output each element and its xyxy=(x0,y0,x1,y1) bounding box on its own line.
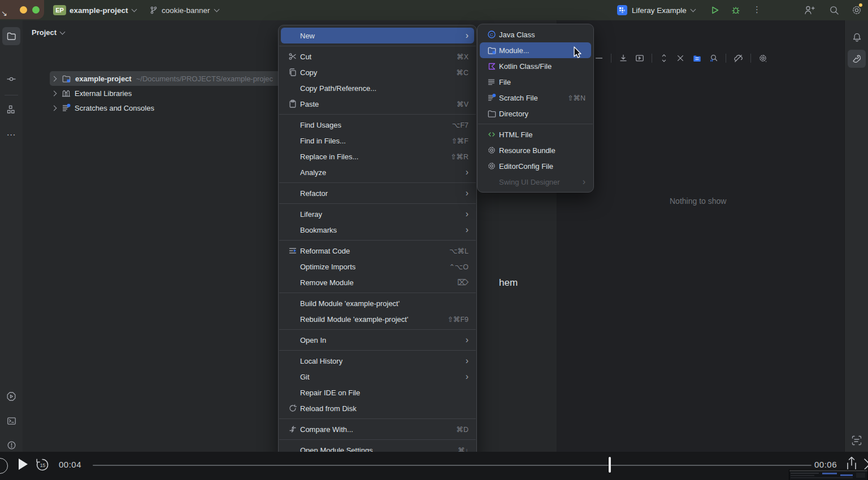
menu-item-optimize-imports[interactable]: Optimize Imports ⌃⌥O xyxy=(281,259,474,274)
git-branch-icon xyxy=(149,6,158,15)
submenu-item-java-class[interactable]: C Java Class xyxy=(480,27,591,42)
tool-project-button[interactable] xyxy=(2,27,20,45)
menu-item-build-module[interactable]: Build Module 'example-project' xyxy=(281,295,474,311)
player-play-button[interactable] xyxy=(15,456,30,472)
skip-seconds-label: 15 xyxy=(40,462,46,468)
more-actions-button[interactable]: ⋮ xyxy=(753,5,761,15)
toolbar-divider xyxy=(750,54,751,63)
player-current-time: 00:04 xyxy=(59,460,81,469)
svg-text:C: C xyxy=(490,32,493,37)
layout-settings-button[interactable] xyxy=(848,431,866,450)
editorconfig-icon xyxy=(484,162,499,171)
menu-item-new[interactable]: New › xyxy=(281,28,474,43)
menu-item-find-usages[interactable]: Find Usages ⌥F7 xyxy=(281,117,474,133)
menu-separator xyxy=(279,114,476,115)
player-previous-button[interactable] xyxy=(0,458,8,474)
tool-gradle-button[interactable] xyxy=(848,50,866,68)
code-with-me-button[interactable] xyxy=(804,5,815,16)
run-configuration-widget[interactable]: Liferay Example xyxy=(617,0,695,20)
tool-commit-button[interactable] xyxy=(2,70,20,88)
submenu-arrow-icon: › xyxy=(466,335,468,344)
submenu-item-html-file[interactable]: HTML File xyxy=(480,126,591,142)
menu-item-rebuild-module[interactable]: Rebuild Module 'example-project' ⇧⌘F9 xyxy=(281,311,474,327)
tool-terminal-button[interactable] xyxy=(2,412,20,430)
menu-item-analyze[interactable]: Analyze › xyxy=(281,164,474,180)
tree-row-scratches[interactable]: Scratches and Consoles xyxy=(52,101,154,115)
player-total-time: 00:06 xyxy=(814,460,837,469)
find-icon[interactable] xyxy=(709,54,718,63)
menu-item-local-history[interactable]: Local History › xyxy=(281,353,474,369)
vcs-branch-widget[interactable]: cookie-banner xyxy=(149,0,219,20)
menu-item-remove-module[interactable]: Remove Module ⌦ xyxy=(281,274,474,290)
tool-run-button[interactable] xyxy=(2,387,20,405)
menu-item-bookmarks[interactable]: Bookmarks › xyxy=(281,222,474,238)
menu-item-reload-from-disk[interactable]: Reload from Disk xyxy=(281,400,474,416)
submenu-item-kotlin[interactable]: Kotlin Class/File xyxy=(480,58,591,74)
liferay-logo-icon xyxy=(617,5,627,15)
menu-item-find-in-files[interactable]: Find in Files... ⇧⌘F xyxy=(281,133,474,149)
notifications-bell-button[interactable] xyxy=(848,28,866,46)
strip-divider xyxy=(5,95,18,95)
left-dock-strip: ⋯ xyxy=(0,20,23,452)
submenu-item-swing-ui-designer: Swing UI Designer › xyxy=(480,174,591,190)
menu-separator xyxy=(279,46,476,46)
tree-node-label: example-project xyxy=(75,75,132,83)
search-everywhere-button[interactable] xyxy=(828,5,840,16)
gradle-settings-icon[interactable] xyxy=(758,54,768,63)
project-panel-title: Project xyxy=(32,28,57,37)
menu-item-replace-in-files[interactable]: Replace in Files... ⇧⌘R xyxy=(281,149,474,164)
group-modules-icon[interactable] xyxy=(692,54,702,63)
submenu-item-directory[interactable]: Directory xyxy=(480,106,591,121)
tool-structure-button[interactable] xyxy=(2,101,20,119)
settings-button[interactable] xyxy=(851,5,862,16)
menu-item-compare-with[interactable]: Compare With... ⌘D xyxy=(281,421,474,437)
debug-button[interactable] xyxy=(731,5,741,15)
video-thumbnail[interactable] xyxy=(789,469,868,480)
reload-icon xyxy=(285,404,300,413)
chevron-right-icon[interactable] xyxy=(51,105,57,111)
resource-bundle-icon xyxy=(484,146,499,155)
tree-row-external-libraries[interactable]: External Libraries xyxy=(52,86,132,101)
tree-row-example-project[interactable]: example-project ~/Documents/PROJECTS/exa… xyxy=(52,71,273,86)
tree-node-label: Scratches and Consoles xyxy=(75,104,154,112)
compare-icon xyxy=(285,425,300,434)
expand-all-icon[interactable] xyxy=(659,54,669,63)
video-player-bar: 15 00:04 00:06 xyxy=(0,452,868,480)
menu-item-reformat-code[interactable]: Reformat Code ⌥⌘L xyxy=(281,243,474,259)
run-task-icon[interactable] xyxy=(635,54,644,63)
submenu-arrow-icon: › xyxy=(583,177,585,186)
menu-item-liferay[interactable]: Liferay › xyxy=(281,206,474,222)
project-panel-header[interactable]: Project xyxy=(32,28,64,37)
window-minimize-button[interactable] xyxy=(20,6,27,14)
player-playhead[interactable] xyxy=(609,457,611,473)
hide-panel-icon[interactable] xyxy=(594,54,604,63)
menu-separator xyxy=(279,240,476,241)
player-progress-track[interactable] xyxy=(93,465,811,466)
submenu-item-scratch-file[interactable]: Scratch File ⇧⌘N xyxy=(480,90,591,106)
more-tool-windows-button[interactable]: ⋯ xyxy=(2,125,20,143)
offline-mode-icon[interactable] xyxy=(734,54,743,63)
toolbar-divider xyxy=(611,54,611,63)
sync-gradle-icon[interactable] xyxy=(619,54,628,63)
copy-icon xyxy=(285,68,300,77)
right-dock-strip xyxy=(844,20,868,452)
menu-item-copy-path[interactable]: Copy Path/Reference... xyxy=(281,80,474,96)
submenu-item-file[interactable]: File xyxy=(480,74,591,90)
window-zoom-button[interactable] xyxy=(32,6,40,14)
project-widget[interactable]: example-project xyxy=(70,0,136,20)
chevron-right-icon[interactable] xyxy=(51,90,57,96)
collapse-all-icon[interactable] xyxy=(676,54,685,63)
chevron-right-icon[interactable] xyxy=(51,76,57,81)
menu-item-copy[interactable]: Copy ⌘C xyxy=(281,64,474,80)
menu-item-refactor[interactable]: Refactor › xyxy=(281,185,474,201)
menu-item-cut[interactable]: Cut ⌘X xyxy=(281,49,474,64)
menu-item-open-in[interactable]: Open In › xyxy=(281,332,474,348)
submenu-item-editorconfig[interactable]: EditorConfig File xyxy=(480,158,591,174)
submenu-item-resource-bundle[interactable]: Resource Bundle xyxy=(480,142,591,158)
player-skip-15-button[interactable]: 15 xyxy=(35,457,50,472)
menu-separator xyxy=(279,439,476,440)
menu-item-repair-ide[interactable]: Repair IDE on File xyxy=(281,385,474,400)
run-button[interactable] xyxy=(710,5,720,15)
menu-item-paste[interactable]: Paste ⌘V xyxy=(281,96,474,112)
menu-item-git[interactable]: Git › xyxy=(281,369,474,385)
